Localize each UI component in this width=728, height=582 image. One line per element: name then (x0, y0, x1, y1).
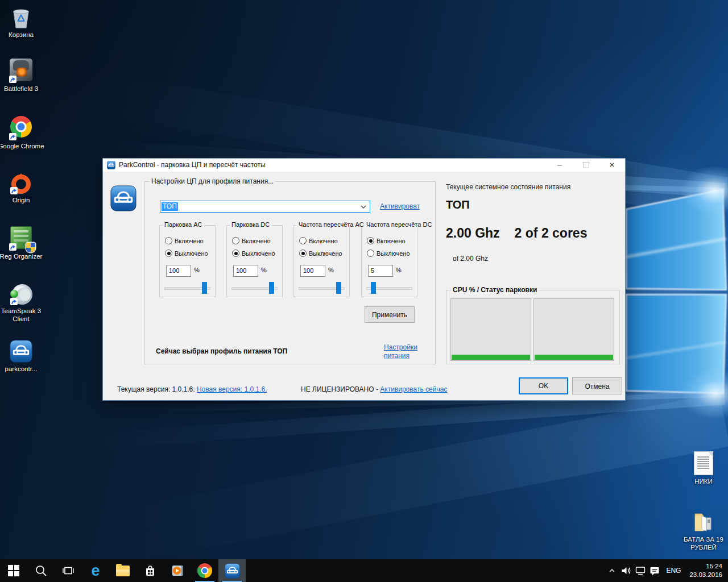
taskbar-chrome-button[interactable] (191, 559, 218, 582)
start-button[interactable] (0, 559, 27, 582)
core-status-panel (533, 298, 614, 361)
activate-now-link[interactable]: Активировать сейчас (380, 385, 447, 393)
desktop-icon-batla-folder[interactable]: БАТЛА ЗА 19 РУБЛЕЙ (680, 509, 727, 551)
windows-store-button[interactable] (136, 559, 164, 582)
edge-button[interactable]: e (82, 559, 109, 582)
group-title: Настройки ЦП для профиля питания... (150, 177, 275, 185)
desktop-icon-label: Reg Organizer (0, 253, 45, 261)
minimize-button[interactable]: – (547, 159, 573, 172)
recycle-bin-icon (9, 5, 34, 30)
radio-icon (232, 237, 239, 244)
panel-title: Парковка AC (163, 221, 204, 228)
window-titlebar[interactable]: ParkControl - парковка ЦП и пересчёт час… (103, 159, 625, 172)
desktop-icon-parkcontrol[interactable]: parkcontr... (0, 339, 45, 373)
radio-off[interactable]: Выключено (367, 250, 410, 257)
desktop-icon-reg-organizer[interactable]: Reg Organizer (0, 225, 45, 261)
radio-icon (232, 250, 239, 257)
power-profile-select[interactable]: ТОП (160, 201, 370, 213)
desktop-icon-label: parkcontr... (0, 365, 45, 373)
value-input[interactable]: 100 (233, 265, 258, 277)
value-input[interactable]: 100 (300, 265, 325, 277)
desktop-icon-label: Корзина (0, 31, 45, 39)
window-body: Настройки ЦП для профиля питания... ТОП … (103, 172, 625, 400)
value-slider[interactable] (164, 281, 210, 295)
activate-profile-link[interactable]: Активироват (380, 202, 420, 210)
selected-profile: ТОП (162, 202, 178, 211)
network-button[interactable] (635, 566, 646, 576)
value-slider[interactable] (299, 281, 345, 295)
radio-icon (165, 250, 172, 257)
radio-label: Включено (242, 238, 271, 244)
radio-icon (299, 250, 307, 257)
task-view-button[interactable] (55, 559, 82, 582)
ok-button[interactable]: OK (519, 377, 568, 394)
desktop-icon-niki[interactable]: НИКИ (680, 450, 727, 486)
version-row: Текущая версия: 1.0.1.6. Новая версия: 1… (117, 385, 267, 393)
chrome-icon (9, 116, 34, 141)
power-settings-link[interactable]: Настройки питания (384, 343, 420, 360)
percent-label: % (261, 267, 267, 273)
clock[interactable]: 15:24 23.03.2016 (689, 562, 722, 579)
battlefield-3-icon (9, 59, 34, 84)
action-center-icon (650, 566, 660, 576)
chrome-icon (197, 563, 212, 578)
desktop-icon-label: БАТЛА ЗА 19 РУБЛЕЙ (680, 536, 727, 551)
core-load-bar (535, 355, 613, 360)
radio-on[interactable]: Включено (367, 237, 406, 244)
origin-icon (10, 172, 32, 195)
radio-off[interactable]: Выключено (299, 250, 342, 257)
radio-icon (299, 237, 307, 244)
radio-off[interactable]: Выключено (232, 250, 275, 257)
speaker-icon (621, 566, 631, 575)
value-slider[interactable] (366, 281, 412, 295)
search-button[interactable] (27, 559, 55, 582)
new-version-link[interactable]: Новая версия: 1.0.1.6. (197, 385, 267, 393)
radio-on[interactable]: Включено (232, 237, 271, 244)
current-version-text: Текущая версия: 1.0.1.6. (117, 385, 195, 393)
value-slider[interactable] (231, 281, 278, 295)
desktop-icon-google-chrome[interactable]: Google Chrome (0, 114, 45, 151)
value-input[interactable]: 100 (166, 265, 191, 277)
max-frequency: of 2.00 Ghz (453, 255, 488, 263)
parkcontrol-icon (225, 563, 240, 579)
slider-thumb[interactable] (336, 282, 341, 294)
language-indicator[interactable]: ENG (666, 567, 681, 575)
slider-thumb[interactable] (202, 282, 207, 294)
radio-on[interactable]: Включено (299, 237, 338, 244)
desktop-icon-label: Google Chrome (0, 143, 45, 151)
system-tray: ENG 15:24 23.03.2016 (607, 559, 728, 582)
apply-button[interactable]: Применить (365, 306, 415, 323)
tray-expand-button[interactable] (607, 566, 617, 576)
taskbar: e (0, 559, 728, 582)
shortcut-arrow-icon (9, 133, 16, 140)
license-text: НЕ ЛИЦЕНЗИРОВАНО - (301, 385, 380, 393)
desktop-icon-teamspeak[interactable]: TeamSpeak 3 Client (0, 282, 45, 323)
desktop-icon-label: НИКИ (680, 478, 727, 486)
shortcut-arrow-icon (10, 187, 18, 194)
cancel-button[interactable]: Отмена (572, 377, 622, 394)
taskbar-parkcontrol-button[interactable] (218, 559, 246, 582)
action-center-button[interactable] (650, 566, 660, 576)
slider-thumb[interactable] (371, 282, 376, 294)
desktop-icon-battlefield-3[interactable]: Battlefield 3 (0, 57, 45, 93)
maximize-button (573, 159, 599, 172)
value-input[interactable]: 5 (368, 265, 393, 277)
percent-label: % (194, 267, 200, 273)
close-button[interactable]: × (599, 159, 625, 172)
radio-on[interactable]: Включено (165, 237, 204, 244)
slider-thumb[interactable] (269, 282, 274, 294)
license-row: НЕ ЛИЦЕНЗИРОВАНО - Активировать сейчас (301, 385, 447, 393)
radio-off[interactable]: Выключено (165, 250, 208, 257)
teamspeak-icon (10, 283, 32, 306)
file-explorer-button[interactable] (109, 559, 136, 582)
volume-button[interactable] (621, 566, 631, 576)
core-load-bar (452, 355, 530, 360)
desktop-icon-recycle-bin[interactable]: Корзина (0, 5, 45, 39)
chevron-down-icon (361, 205, 366, 209)
desktop-icon-origin[interactable]: Origin (0, 171, 45, 205)
cpu-status-group: CPU % / Статус парковки (446, 290, 620, 364)
media-player-button[interactable] (164, 559, 191, 582)
screen: Корзина Battlefield 3 Google Chrome (0, 0, 728, 582)
freq-scaling-dc-panel: Частота пересчёта DC Включено Выключено … (361, 225, 417, 297)
parking-ac-panel: Парковка AC Включено Выключено 100 % (159, 225, 216, 297)
